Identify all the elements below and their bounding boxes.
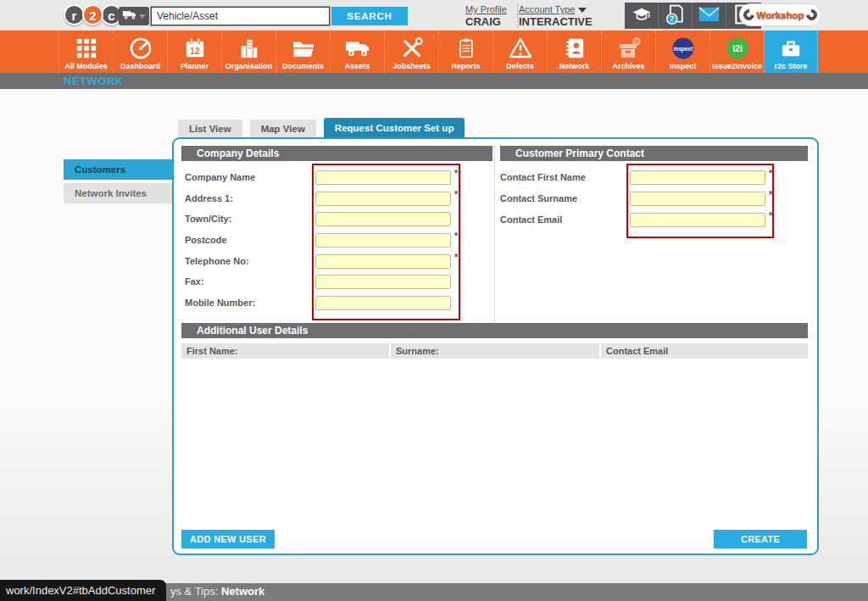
nav-item-reports[interactable]: Reports [438, 31, 492, 73]
sidebar-item-customers[interactable]: Customers [64, 159, 174, 180]
folder-icon [292, 36, 315, 61]
top-header-bar: r 2 c SEARCH My Profile CRAIG Account Ty… [0, 0, 868, 31]
view-tabs: List View Map View Request Customer Set … [178, 118, 465, 138]
sidebar-item-network-invites[interactable]: Network Invites [64, 183, 174, 203]
nav-item-defects[interactable]: Defects [492, 31, 547, 73]
grid-icon [75, 36, 97, 61]
news-badge-count: 7 [670, 14, 674, 23]
nav-item-all-modules[interactable]: All Modules [58, 31, 113, 73]
r2c-logo: r 2 c [66, 4, 122, 25]
col-first-name: First Name: [181, 343, 389, 359]
nav-item-dashboard[interactable]: Dashboard [113, 31, 167, 73]
calendar-day: 12 [190, 47, 200, 56]
search-category-dropdown[interactable] [119, 7, 149, 25]
clipboard-icon [456, 36, 476, 61]
workshop-logo-text: Workshop [756, 10, 804, 20]
nav-item-archives[interactable]: Archives [601, 31, 655, 73]
primary-contact-header: Customer Primary Contact [500, 146, 808, 161]
warning-icon [509, 36, 532, 61]
col-surname: Surname: [391, 343, 599, 359]
browser-url-tooltip: work/IndexV2#tbAddCustomer [0, 580, 166, 601]
wrench-icon [742, 7, 757, 22]
envelope-icon [698, 5, 721, 27]
i2i-badge-icon: i2i [726, 36, 749, 61]
news-button[interactable]: 7 [659, 3, 693, 29]
tab-list-view[interactable]: List View [178, 120, 242, 138]
chevron-down-icon [139, 14, 146, 19]
contact-first-name-label: Contact First Name [500, 170, 586, 185]
nav-item-issue2invoice[interactable]: i2i r2c Store Issue2Invoice [709, 31, 764, 73]
workshop-logo[interactable]: Workshop [739, 3, 821, 26]
speedometer-icon [129, 36, 153, 61]
contact-email-label: Contact Email [500, 213, 562, 227]
briefcase-icon [778, 36, 804, 61]
graduation-cap-icon [631, 4, 653, 28]
account-block: Account Type INTERACTIVE [519, 4, 593, 28]
training-button[interactable] [625, 3, 659, 29]
tools-icon [401, 36, 423, 61]
breadcrumb-bar: NETWORK [0, 73, 868, 89]
account-type-link[interactable]: Account Type [519, 4, 575, 14]
calendar-icon: 12 [184, 36, 206, 61]
tips-text: ys & Tips: Network [170, 585, 264, 598]
tips-prefix: ys & Tips: [170, 585, 221, 598]
search-button[interactable]: SEARCH [331, 7, 408, 25]
nav-item-assets[interactable]: Assets [330, 31, 384, 73]
contacts-icon [564, 36, 586, 61]
create-button[interactable]: CREATE [714, 530, 807, 548]
breadcrumb: NETWORK [64, 75, 124, 87]
archive-icon [617, 36, 641, 61]
column-divider [494, 146, 495, 322]
col-contact-email: Contact Email [601, 343, 808, 359]
address1-label: Address 1: [185, 192, 233, 206]
account-type-value: INTERACTIVE [519, 15, 593, 28]
logo-letter-2: 2 [82, 4, 103, 25]
nav-item-network[interactable]: Network [547, 31, 601, 73]
nav-item-organisation[interactable]: Organisation [221, 31, 275, 73]
tips-bold: Network [221, 585, 264, 598]
app-window: r 2 c SEARCH My Profile CRAIG Account Ty… [0, 0, 868, 601]
profile-name: CRAIG [465, 15, 507, 28]
additional-users-header: Additional User Details [181, 323, 808, 338]
postcode-label: Postcode [185, 233, 227, 248]
nav-item-planner[interactable]: 12 Planner [167, 31, 221, 73]
wrench-icon [804, 7, 819, 22]
fax-label: Fax: [185, 275, 204, 289]
account-type-caret-icon [578, 8, 587, 13]
company-required-highlight [312, 164, 460, 320]
town-city-label: Town/City: [185, 212, 231, 226]
nav-item-jobsheets[interactable]: Jobsheets [384, 31, 438, 73]
mobile-label: Mobile Number: [185, 296, 255, 310]
my-profile-link[interactable]: My Profile [465, 4, 507, 14]
main-nav-bar: All Modules Dashboard 12 Planner Organis… [0, 31, 868, 73]
inspect-badge-icon: inspect [671, 36, 695, 61]
truck-icon [345, 36, 370, 61]
tab-request-customer-setup[interactable]: Request Customer Set up [324, 118, 465, 138]
messages-button[interactable] [693, 3, 726, 29]
telephone-label: Telephone No: [185, 254, 249, 269]
truck-icon [122, 8, 137, 24]
nav-item-inspect[interactable]: inspect Inspect [655, 31, 709, 73]
buildings-icon [238, 36, 260, 61]
contact-required-highlight [626, 164, 774, 238]
add-new-user-button[interactable]: ADD NEW USER [181, 530, 275, 548]
nav-item-r2c-store[interactable]: r2c Store [764, 31, 818, 73]
svg-text:inspect: inspect [673, 46, 693, 53]
nav-item-documents[interactable]: Documents [275, 31, 330, 73]
profile-block: My Profile CRAIG [465, 4, 518, 28]
news-page-icon: 7 [665, 3, 687, 29]
svg-text:i2i: i2i [732, 43, 743, 53]
tab-map-view[interactable]: Map View [250, 120, 316, 138]
company-details-header: Company Details [181, 146, 492, 161]
contact-surname-label: Contact Surname [500, 192, 577, 206]
request-customer-panel: Company Details Customer Primary Contact… [172, 137, 819, 555]
company-name-label: Company Name [185, 170, 255, 185]
archives-badge [633, 38, 640, 45]
additional-users-table-header: First Name: Surname: Contact Email [181, 343, 808, 359]
search-input[interactable] [151, 7, 330, 25]
